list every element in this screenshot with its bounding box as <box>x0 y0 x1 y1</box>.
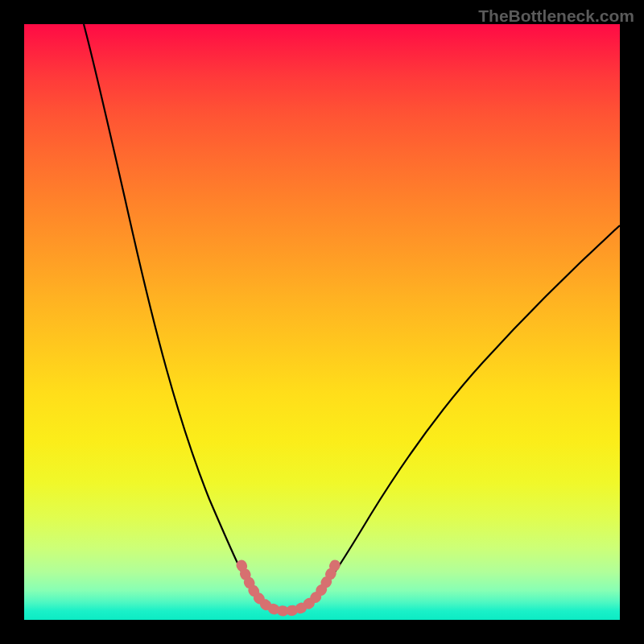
curve-svg <box>24 24 620 620</box>
optimal-zone-highlight <box>242 562 336 611</box>
watermark-text: TheBottleneck.com <box>478 6 634 26</box>
plot-area <box>24 24 620 620</box>
bottleneck-curve <box>84 24 620 611</box>
